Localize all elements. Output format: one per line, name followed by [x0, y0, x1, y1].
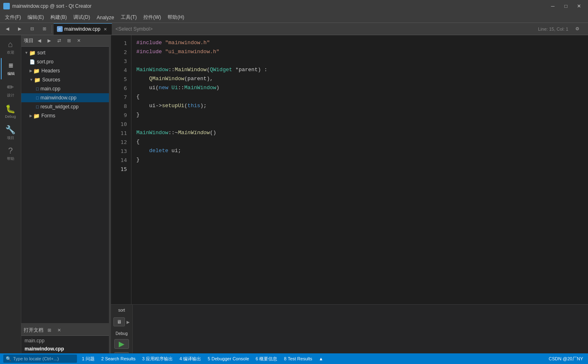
app-icon	[3, 3, 10, 9]
file-panel: 项目 ◀ ▶ ⇄ ⊞ ✕ ▼ 📁 sort 📄 sort.pro ▶ 📁	[21, 35, 109, 353]
tree-item-sources[interactable]: ▼ 📁 Sources	[21, 75, 109, 84]
line-num-3: 3	[111, 56, 131, 65]
edit-icon: ≡	[9, 61, 14, 70]
test-results-num: 8	[284, 356, 286, 361]
sidebar-help-button[interactable]: ? 帮助	[1, 143, 20, 164]
menu-build[interactable]: 构建(B)	[47, 12, 70, 22]
locate-input[interactable]	[13, 356, 75, 361]
close-button[interactable]: ✕	[573, 2, 585, 10]
status-search-results[interactable]: 2 Search Results	[98, 353, 139, 364]
menu-analyze[interactable]: Analyze	[93, 12, 118, 22]
open-doc-main-cpp[interactable]: main.cpp	[23, 337, 107, 345]
sidebar-projects-button[interactable]: 🔧 项目	[1, 122, 20, 143]
file-tree: ▼ 📁 sort 📄 sort.pro ▶ 📁 Headers ▼ 📁 Sour…	[21, 47, 109, 323]
panel-close-button[interactable]: ✕	[75, 37, 83, 45]
open-doc-mainwindow-cpp[interactable]: mainwindow.cpp	[23, 345, 107, 353]
tab-file-icon: C	[57, 26, 63, 32]
status-bar: 🔍 1 问题 2 Search Results 3 应用程序输出 4 编译输出 …	[0, 353, 588, 364]
code-line-15	[136, 164, 583, 173]
menu-bar: 文件(F) 编辑(E) 构建(B) 调试(D) Analyze 工具(T) 控件…	[0, 12, 588, 23]
tree-item-forms[interactable]: ▶ 📁 Forms	[21, 111, 109, 120]
tree-item-sort-root[interactable]: ▼ 📁 sort	[21, 48, 109, 57]
status-up-arrow[interactable]: ▲	[316, 353, 327, 364]
split-vertical-button[interactable]: ⊞	[38, 24, 50, 34]
tree-item-main-cpp[interactable]: □ main.cpp	[21, 84, 109, 93]
open-doc-label-main: main.cpp	[25, 338, 45, 344]
debug-device-icon[interactable]: 🖥	[113, 317, 125, 326]
settings-button[interactable]: ⚙	[572, 24, 583, 34]
cpp-file-icon: □	[36, 95, 39, 100]
status-overview[interactable]: 6 概要信息	[252, 353, 280, 364]
run-button[interactable]: ▶	[114, 339, 129, 349]
maximize-button[interactable]: □	[560, 2, 572, 10]
status-debugger-console[interactable]: 5 Debugger Console	[204, 353, 252, 364]
nav-forward-button[interactable]: ▶	[14, 24, 25, 34]
panel-split-button[interactable]: ⊞	[65, 37, 73, 45]
menu-window[interactable]: 控件(W)	[140, 12, 164, 22]
tree-label-mainwindow-cpp: mainwindow.cpp	[41, 95, 77, 101]
debug-label: Debug	[115, 331, 127, 336]
menu-debug[interactable]: 调试(D)	[70, 12, 93, 22]
sidebar-edit-button[interactable]: ≡ 编辑	[1, 58, 20, 79]
tab-mainwindow-cpp[interactable]: C mainwindow.cpp ✕	[54, 23, 112, 35]
line-num-12: 12	[111, 137, 131, 146]
tree-item-mainwindow-cpp[interactable]: □ mainwindow.cpp	[21, 93, 109, 102]
tree-label-forms: Forms	[41, 113, 55, 119]
nav-back-button[interactable]: ◀	[2, 24, 13, 34]
line-num-6: 6	[111, 83, 131, 92]
open-docs-panel: 打开文档 ⊞ ✕ main.cpp mainwindow.cpp	[21, 325, 109, 353]
menu-file[interactable]: 文件(F)	[2, 12, 24, 22]
problems-num: 1	[82, 356, 84, 361]
panel-sync-button[interactable]: ⇄	[55, 37, 63, 45]
menu-edit[interactable]: 编辑(E)	[24, 12, 47, 22]
open-docs-list: main.cpp mainwindow.cpp	[21, 336, 109, 353]
chevron-icon: ▶	[29, 69, 32, 73]
window-controls: ─ □ ✕	[547, 2, 585, 10]
welcome-icon: ⌂	[8, 40, 13, 49]
folder-icon: 📁	[33, 113, 40, 119]
cpp-file-icon: □	[36, 104, 39, 109]
tree-item-sort-pro[interactable]: 📄 sort.pro	[21, 57, 109, 66]
minimize-button[interactable]: ─	[547, 2, 559, 10]
open-doc-label-mainwindow: mainwindow.cpp	[25, 346, 64, 352]
status-left: 🔍 1 问题 2 Search Results 3 应用程序输出 4 编译输出 …	[2, 353, 326, 364]
panel-fwd-button[interactable]: ▶	[45, 37, 53, 45]
tree-label-result-widget-cpp: result_widget.cpp	[41, 104, 79, 110]
open-docs-close-btn[interactable]: ✕	[55, 326, 63, 335]
folder-icon: 📁	[33, 68, 40, 74]
open-docs-title: 打开文档	[24, 327, 43, 334]
status-problems[interactable]: 1 问题	[79, 353, 98, 364]
line-col-info: Line: 15, Col: 1	[538, 27, 568, 31]
code-line-6: ui(new Ui::MainWindow)	[136, 83, 583, 92]
split-horizontal-button[interactable]: ⊟	[26, 24, 38, 34]
code-line-7: {	[136, 92, 583, 101]
tab-bar-right: Line: 15, Col: 1 ⚙	[535, 23, 586, 35]
open-docs-expand-btn[interactable]: ⊞	[45, 326, 53, 335]
line-num-11: 11	[111, 128, 131, 137]
code-content[interactable]: #include "mainwindow.h" #include "ui_mai…	[131, 35, 588, 304]
status-test-results[interactable]: 8 Test Results	[280, 353, 315, 364]
pro-file-icon: 📄	[29, 59, 35, 65]
panel-back-button[interactable]: ◀	[35, 37, 43, 45]
chevron-icon: ▼	[25, 51, 28, 55]
symbol-select-dropdown[interactable]: <Select Symbol>	[112, 23, 535, 35]
menu-tools[interactable]: 工具(T)	[118, 12, 140, 22]
file-panel-title: 项目	[24, 37, 34, 44]
code-line-8: ui->setupUi(this);	[136, 101, 583, 110]
status-compile-output[interactable]: 4 编译输出	[176, 353, 204, 364]
design-icon: ✏	[7, 82, 14, 92]
status-app-output[interactable]: 3 应用程序输出	[139, 353, 176, 364]
sidebar-welcome-button[interactable]: ⌂ 欢迎	[1, 37, 20, 58]
menu-help[interactable]: 帮助(H)	[164, 12, 188, 22]
tree-item-headers[interactable]: ▶ 📁 Headers	[21, 66, 109, 75]
tab-close-button[interactable]: ✕	[102, 26, 109, 32]
editor-toolbar: ◀ ▶ ⊟ ⊞ C mainwindow.cpp ✕ <Select Symbo…	[0, 23, 588, 35]
sidebar-debug-button[interactable]: 🐛 Debug	[1, 101, 20, 122]
line-num-13: 13	[111, 146, 131, 155]
tree-item-result-widget-cpp[interactable]: □ result_widget.cpp	[21, 102, 109, 111]
line-num-5: 5	[111, 74, 131, 83]
status-search-box[interactable]: 🔍	[3, 355, 77, 363]
chevron-icon: ▼	[29, 78, 33, 82]
sidebar-design-button[interactable]: ✏ 设计	[1, 79, 20, 101]
code-line-13: delete ui;	[136, 146, 583, 155]
